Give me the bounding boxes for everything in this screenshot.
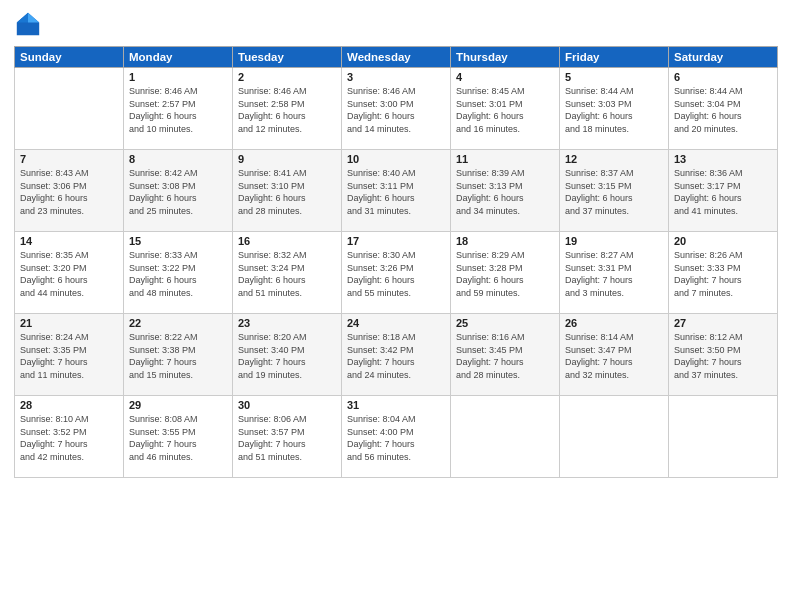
- day-number: 5: [565, 71, 663, 83]
- calendar-cell: 28Sunrise: 8:10 AM Sunset: 3:52 PM Dayli…: [15, 396, 124, 478]
- calendar-cell: 2Sunrise: 8:46 AM Sunset: 2:58 PM Daylig…: [233, 68, 342, 150]
- calendar-cell: 5Sunrise: 8:44 AM Sunset: 3:03 PM Daylig…: [560, 68, 669, 150]
- day-info: Sunrise: 8:35 AM Sunset: 3:20 PM Dayligh…: [20, 249, 118, 299]
- day-info: Sunrise: 8:04 AM Sunset: 4:00 PM Dayligh…: [347, 413, 445, 463]
- calendar-cell: [451, 396, 560, 478]
- day-number: 13: [674, 153, 772, 165]
- day-number: 14: [20, 235, 118, 247]
- day-info: Sunrise: 8:40 AM Sunset: 3:11 PM Dayligh…: [347, 167, 445, 217]
- calendar-cell: 14Sunrise: 8:35 AM Sunset: 3:20 PM Dayli…: [15, 232, 124, 314]
- calendar-header-tuesday: Tuesday: [233, 47, 342, 68]
- calendar-cell: 19Sunrise: 8:27 AM Sunset: 3:31 PM Dayli…: [560, 232, 669, 314]
- day-number: 10: [347, 153, 445, 165]
- day-info: Sunrise: 8:24 AM Sunset: 3:35 PM Dayligh…: [20, 331, 118, 381]
- day-number: 1: [129, 71, 227, 83]
- calendar-cell: 24Sunrise: 8:18 AM Sunset: 3:42 PM Dayli…: [342, 314, 451, 396]
- calendar-header-row: SundayMondayTuesdayWednesdayThursdayFrid…: [15, 47, 778, 68]
- calendar-cell: 6Sunrise: 8:44 AM Sunset: 3:04 PM Daylig…: [669, 68, 778, 150]
- calendar-week-2: 7Sunrise: 8:43 AM Sunset: 3:06 PM Daylig…: [15, 150, 778, 232]
- day-info: Sunrise: 8:32 AM Sunset: 3:24 PM Dayligh…: [238, 249, 336, 299]
- day-number: 7: [20, 153, 118, 165]
- day-number: 31: [347, 399, 445, 411]
- day-number: 16: [238, 235, 336, 247]
- day-info: Sunrise: 8:41 AM Sunset: 3:10 PM Dayligh…: [238, 167, 336, 217]
- calendar-cell: 30Sunrise: 8:06 AM Sunset: 3:57 PM Dayli…: [233, 396, 342, 478]
- calendar-cell: 1Sunrise: 8:46 AM Sunset: 2:57 PM Daylig…: [124, 68, 233, 150]
- day-info: Sunrise: 8:37 AM Sunset: 3:15 PM Dayligh…: [565, 167, 663, 217]
- day-info: Sunrise: 8:12 AM Sunset: 3:50 PM Dayligh…: [674, 331, 772, 381]
- calendar-cell: [15, 68, 124, 150]
- calendar-cell: 9Sunrise: 8:41 AM Sunset: 3:10 PM Daylig…: [233, 150, 342, 232]
- day-info: Sunrise: 8:46 AM Sunset: 2:57 PM Dayligh…: [129, 85, 227, 135]
- day-number: 11: [456, 153, 554, 165]
- svg-marker-2: [17, 13, 28, 23]
- day-number: 27: [674, 317, 772, 329]
- day-number: 23: [238, 317, 336, 329]
- calendar-header-sunday: Sunday: [15, 47, 124, 68]
- calendar-cell: [560, 396, 669, 478]
- day-info: Sunrise: 8:27 AM Sunset: 3:31 PM Dayligh…: [565, 249, 663, 299]
- calendar-week-1: 1Sunrise: 8:46 AM Sunset: 2:57 PM Daylig…: [15, 68, 778, 150]
- calendar-cell: 29Sunrise: 8:08 AM Sunset: 3:55 PM Dayli…: [124, 396, 233, 478]
- svg-marker-1: [28, 13, 39, 23]
- day-number: 3: [347, 71, 445, 83]
- calendar-week-5: 28Sunrise: 8:10 AM Sunset: 3:52 PM Dayli…: [15, 396, 778, 478]
- calendar-cell: 31Sunrise: 8:04 AM Sunset: 4:00 PM Dayli…: [342, 396, 451, 478]
- day-info: Sunrise: 8:14 AM Sunset: 3:47 PM Dayligh…: [565, 331, 663, 381]
- calendar-header-wednesday: Wednesday: [342, 47, 451, 68]
- day-number: 28: [20, 399, 118, 411]
- calendar-table: SundayMondayTuesdayWednesdayThursdayFrid…: [14, 46, 778, 478]
- calendar-cell: 11Sunrise: 8:39 AM Sunset: 3:13 PM Dayli…: [451, 150, 560, 232]
- day-info: Sunrise: 8:36 AM Sunset: 3:17 PM Dayligh…: [674, 167, 772, 217]
- day-info: Sunrise: 8:45 AM Sunset: 3:01 PM Dayligh…: [456, 85, 554, 135]
- calendar-header-saturday: Saturday: [669, 47, 778, 68]
- day-number: 6: [674, 71, 772, 83]
- calendar-cell: 3Sunrise: 8:46 AM Sunset: 3:00 PM Daylig…: [342, 68, 451, 150]
- day-number: 12: [565, 153, 663, 165]
- day-number: 15: [129, 235, 227, 247]
- day-info: Sunrise: 8:22 AM Sunset: 3:38 PM Dayligh…: [129, 331, 227, 381]
- calendar-cell: [669, 396, 778, 478]
- calendar-cell: 8Sunrise: 8:42 AM Sunset: 3:08 PM Daylig…: [124, 150, 233, 232]
- calendar-cell: 13Sunrise: 8:36 AM Sunset: 3:17 PM Dayli…: [669, 150, 778, 232]
- calendar-cell: 25Sunrise: 8:16 AM Sunset: 3:45 PM Dayli…: [451, 314, 560, 396]
- day-info: Sunrise: 8:33 AM Sunset: 3:22 PM Dayligh…: [129, 249, 227, 299]
- day-number: 20: [674, 235, 772, 247]
- day-number: 8: [129, 153, 227, 165]
- calendar-week-4: 21Sunrise: 8:24 AM Sunset: 3:35 PM Dayli…: [15, 314, 778, 396]
- day-info: Sunrise: 8:10 AM Sunset: 3:52 PM Dayligh…: [20, 413, 118, 463]
- calendar-cell: 16Sunrise: 8:32 AM Sunset: 3:24 PM Dayli…: [233, 232, 342, 314]
- day-number: 19: [565, 235, 663, 247]
- calendar-cell: 4Sunrise: 8:45 AM Sunset: 3:01 PM Daylig…: [451, 68, 560, 150]
- calendar-cell: 12Sunrise: 8:37 AM Sunset: 3:15 PM Dayli…: [560, 150, 669, 232]
- day-number: 9: [238, 153, 336, 165]
- calendar-cell: 15Sunrise: 8:33 AM Sunset: 3:22 PM Dayli…: [124, 232, 233, 314]
- calendar-header-thursday: Thursday: [451, 47, 560, 68]
- day-number: 24: [347, 317, 445, 329]
- logo-icon: [14, 10, 42, 38]
- logo: [14, 10, 46, 38]
- day-number: 26: [565, 317, 663, 329]
- day-number: 4: [456, 71, 554, 83]
- day-info: Sunrise: 8:44 AM Sunset: 3:03 PM Dayligh…: [565, 85, 663, 135]
- calendar-cell: 7Sunrise: 8:43 AM Sunset: 3:06 PM Daylig…: [15, 150, 124, 232]
- calendar-cell: 10Sunrise: 8:40 AM Sunset: 3:11 PM Dayli…: [342, 150, 451, 232]
- calendar-header-friday: Friday: [560, 47, 669, 68]
- calendar-header-monday: Monday: [124, 47, 233, 68]
- day-info: Sunrise: 8:39 AM Sunset: 3:13 PM Dayligh…: [456, 167, 554, 217]
- day-number: 25: [456, 317, 554, 329]
- day-number: 22: [129, 317, 227, 329]
- day-info: Sunrise: 8:06 AM Sunset: 3:57 PM Dayligh…: [238, 413, 336, 463]
- day-info: Sunrise: 8:18 AM Sunset: 3:42 PM Dayligh…: [347, 331, 445, 381]
- page: SundayMondayTuesdayWednesdayThursdayFrid…: [0, 0, 792, 612]
- day-info: Sunrise: 8:44 AM Sunset: 3:04 PM Dayligh…: [674, 85, 772, 135]
- calendar-cell: 21Sunrise: 8:24 AM Sunset: 3:35 PM Dayli…: [15, 314, 124, 396]
- day-info: Sunrise: 8:43 AM Sunset: 3:06 PM Dayligh…: [20, 167, 118, 217]
- calendar-cell: 22Sunrise: 8:22 AM Sunset: 3:38 PM Dayli…: [124, 314, 233, 396]
- calendar-cell: 26Sunrise: 8:14 AM Sunset: 3:47 PM Dayli…: [560, 314, 669, 396]
- day-number: 17: [347, 235, 445, 247]
- day-info: Sunrise: 8:42 AM Sunset: 3:08 PM Dayligh…: [129, 167, 227, 217]
- calendar-cell: 17Sunrise: 8:30 AM Sunset: 3:26 PM Dayli…: [342, 232, 451, 314]
- day-info: Sunrise: 8:26 AM Sunset: 3:33 PM Dayligh…: [674, 249, 772, 299]
- day-info: Sunrise: 8:29 AM Sunset: 3:28 PM Dayligh…: [456, 249, 554, 299]
